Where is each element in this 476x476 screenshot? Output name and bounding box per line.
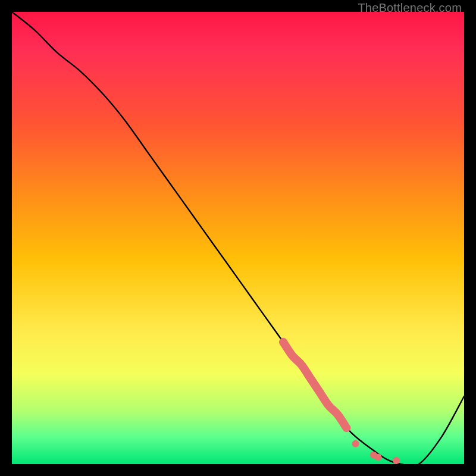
highlight-dot (375, 454, 382, 461)
curve-group (12, 12, 464, 466)
chart-svg (12, 12, 464, 464)
highlight-segment-group (283, 342, 346, 428)
highlight-segment-path (283, 342, 346, 428)
chart-frame: TheBottleneck.com (0, 0, 476, 476)
highlight-dot (393, 457, 400, 464)
bottleneck-curve-path (12, 12, 464, 466)
plot-area (12, 12, 464, 464)
highlight-dot (352, 440, 359, 447)
